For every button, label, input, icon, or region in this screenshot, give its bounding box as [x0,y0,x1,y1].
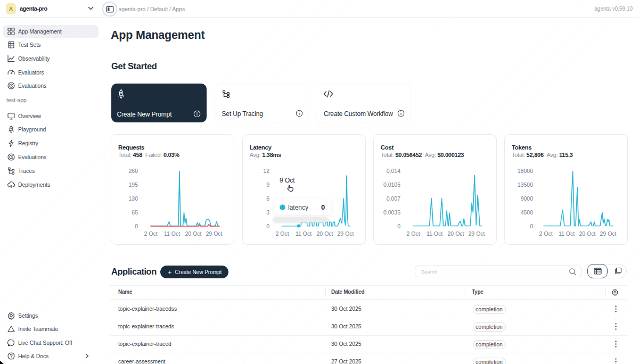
svg-text:2 Oct: 2 Oct [144,230,157,237]
svg-text:195: 195 [128,181,138,188]
svg-text:20 Oct: 20 Oct [579,230,596,237]
svg-text:6: 6 [266,195,269,202]
svg-text:11 Oct: 11 Oct [295,230,311,237]
svg-text:130: 130 [128,195,138,202]
svg-text:18000: 18000 [518,168,533,174]
svg-text:2 Oct: 2 Oct [539,230,552,237]
svg-text:11 Oct: 11 Oct [164,230,180,237]
svg-text:9: 9 [266,181,269,188]
svg-text:20 Oct: 20 Oct [185,230,202,237]
svg-text:11 Oct: 11 Oct [559,230,575,237]
svg-text:0.014: 0.014 [387,168,400,174]
svg-text:0.0105: 0.0105 [383,181,400,188]
svg-text:0: 0 [266,223,269,229]
svg-text:20 Oct: 20 Oct [316,230,333,237]
svg-text:260: 260 [128,168,138,174]
svg-text:0: 0 [530,223,533,229]
svg-text:0.0035: 0.0035 [383,209,400,216]
svg-text:0: 0 [135,223,138,229]
svg-text:0: 0 [397,223,400,229]
svg-text:2 Oct: 2 Oct [406,230,420,237]
svg-text:29 Oct: 29 Oct [337,230,354,237]
svg-text:9000: 9000 [521,195,534,202]
svg-text:13500: 13500 [518,181,533,188]
svg-text:4500: 4500 [521,209,534,216]
svg-text:12: 12 [263,168,269,174]
svg-text:3: 3 [266,209,269,216]
svg-text:29 Oct: 29 Oct [468,230,485,237]
svg-text:29 Oct: 29 Oct [206,230,223,237]
svg-text:0.007: 0.007 [387,195,400,202]
svg-text:11 Oct: 11 Oct [427,230,443,237]
svg-text:2 Oct: 2 Oct [275,230,289,237]
svg-text:29 Oct: 29 Oct [600,230,617,237]
svg-text:65: 65 [132,209,138,216]
svg-text:20 Oct: 20 Oct [447,230,464,237]
